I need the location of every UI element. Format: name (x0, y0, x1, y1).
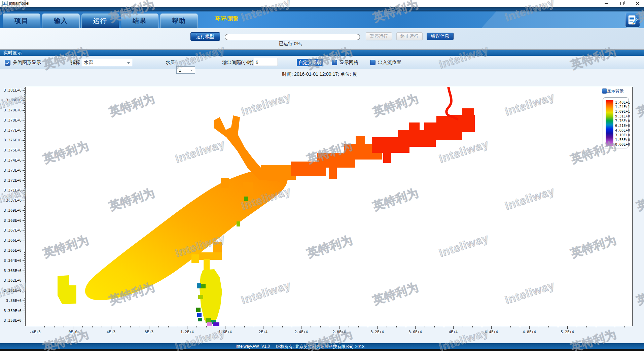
plot-axes (0, 0, 644, 351)
legend-value: 4.66E+0 (615, 128, 630, 132)
legend-value: 1.55E+0 (615, 138, 630, 142)
legend-value: 7.76E+0 (615, 119, 630, 123)
legend-value: 3.10E+0 (615, 133, 630, 137)
show-background-label: 显示背景 (607, 88, 624, 94)
legend-value: 6.21E+0 (615, 124, 630, 128)
show-background-checkbox[interactable] (602, 89, 607, 94)
app-window: { "window": { "title": "initialmodel", "… (0, 0, 644, 351)
legend-color-scale (606, 100, 613, 146)
legend-value: 1.24E+1 (615, 105, 630, 109)
legend-value: 1.40E+1 (615, 100, 630, 104)
legend-value: 9.31E+0 (615, 114, 630, 118)
legend-value: 1.09E+1 (615, 109, 630, 113)
legend-toggle: 显示背景 (602, 88, 624, 94)
legend-value: 0.00E+0 (615, 142, 630, 146)
